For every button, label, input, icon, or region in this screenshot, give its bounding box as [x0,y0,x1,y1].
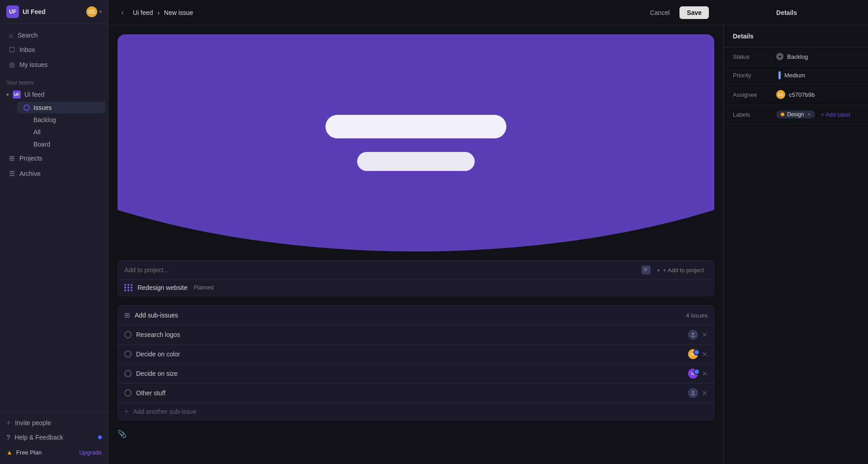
assignee-value[interactable]: CC c5707b9b [776,90,815,99]
status-icon [776,53,783,60]
labels-value: Design × + Add label [776,110,850,118]
subtitle-input-bar[interactable] [357,152,475,171]
issue-status-icon [124,370,132,377]
project-option[interactable]: Redesign website Planned [118,279,714,296]
app-icon: UF [6,5,19,18]
list-item: Decide on color CC ✕ [118,345,714,364]
remove-label-button[interactable]: × [807,111,811,118]
project-search-icons: P + + Add to project [642,265,708,275]
assignee-avatar-group: 7C [688,369,698,379]
collapse-icon: ▾ [6,92,9,98]
svg-point-0 [692,333,694,335]
breadcrumb-workspace: Ui feed [133,9,153,16]
sidebar-item-projects[interactable]: ⊞ Projects [3,151,105,166]
sub-issues-count: 4 issues [686,312,708,319]
status-label: Status [733,53,769,60]
title-input-bar[interactable] [326,115,506,138]
issues-circle-icon [24,104,30,111]
sidebar-item-all[interactable]: All [17,126,105,138]
add-sub-issue-button[interactable]: + Add another sub-issue [118,403,714,420]
plus-icon: + [6,419,10,427]
priority-text: Medium [784,72,805,79]
issue-actions: ✕ [688,330,708,340]
sidebar-item-invite[interactable]: + Invite people [0,416,108,430]
upgrade-button[interactable]: Upgrade [79,449,102,456]
sidebar-item-inbox[interactable]: ☐ Inbox [3,43,105,57]
free-plan-label: Free Plan [16,449,42,456]
assignee-row: Assignee CC c5707b9b [724,85,868,105]
assignee-avatar-group: CC [688,349,698,359]
plus-icon: + [657,267,660,274]
remove-issue-button[interactable]: ✕ [702,369,708,378]
assignee-avatar [688,388,698,398]
header-actions: Cancel Save [645,6,709,19]
free-plan-bar: ▲ Free Plan Upgrade [0,444,108,460]
backlog-label: Backlog [24,116,56,123]
labels-label: Labels [733,111,769,118]
teams-section-label: Your teams [0,76,108,88]
sidebar-item-board[interactable]: Board [17,138,105,150]
labels-row: Labels Design × + Add label [724,105,868,124]
priority-icon: ▐ [776,71,781,79]
assignee-text: c5707b9b [789,91,815,98]
add-sub-issue-label: Add another sub-issue [133,408,196,415]
sidebar-item-my-issues[interactable]: ◎ My issues [3,57,105,72]
details-panel: Details Status Backlog Priority ▐ Medium… [723,25,868,464]
sidebar-item-backlog[interactable]: Backlog [17,114,105,126]
invite-label: Invite people [15,419,51,426]
sidebar-item-team[interactable]: ▾ UF Ui feed [0,88,108,101]
main-body: P + + Add to project Redesign website [108,25,868,464]
remove-issue-button[interactable]: ✕ [702,331,708,339]
label-text: Design [787,111,804,118]
chevron-down-icon: ▾ [99,9,102,15]
label-badge[interactable]: Design × [776,110,815,118]
sidebar-item-help[interactable]: ? Help & Feedback [0,430,108,444]
avatar-group[interactable]: CC ▾ [86,6,102,17]
cancel-button[interactable]: Cancel [645,6,675,19]
add-label-button[interactable]: + Add label [821,111,850,118]
issues-label: Issues [33,104,52,111]
sub-issues-icon: ⊞ [124,311,130,319]
add-project-button[interactable]: + + Add to project [653,267,708,274]
sidebar-item-search[interactable]: ⌕ Search [3,28,105,42]
svg-point-1 [692,391,694,393]
status-row: Status Backlog [724,47,868,66]
projects-label: Projects [19,155,42,162]
status-value[interactable]: Backlog [776,53,808,60]
inbox-label: Inbox [19,46,35,53]
sidebar-bottom: + Invite people ? Help & Feedback ▲ Free… [0,412,108,464]
details-panel-header: Details [714,9,859,16]
sidebar-item-archive[interactable]: ☰ Archive [3,166,105,181]
my-issues-icon: ◎ [9,61,15,69]
project-option-status: Planned [194,284,214,291]
sub-issues-label: Add sub-issues [135,312,178,319]
remove-issue-button[interactable]: ✕ [702,350,708,359]
project-grid-icon [124,284,133,291]
issue-title: Other stuff [136,389,684,397]
priority-label: Priority [733,72,769,79]
issue-status-icon [124,331,132,338]
project-search-input[interactable] [124,266,637,274]
list-item: Other stuff ✕ [118,384,714,403]
board-label: Board [24,141,50,148]
sidebar: UF UI Feed CC ▾ ⌕ Search ☐ Inbox ◎ My is… [0,0,108,464]
priority-value[interactable]: ▐ Medium [776,71,805,79]
assignee-label: Assignee [733,91,769,98]
main-header: ‹ Ui feed › New issue Cancel Save Detail… [108,0,868,25]
issue-title: Decide on size [136,370,684,377]
team-icon: UF [13,90,21,99]
archive-icon: ☰ [9,170,15,178]
help-icon: ? [6,433,10,441]
notification-dot [98,436,102,439]
issue-status-icon [124,389,132,397]
assignee-avatar [688,330,698,340]
secondary-avatar [693,369,700,375]
back-button[interactable]: ‹ [118,6,127,19]
sidebar-item-issues[interactable]: Issues [17,102,105,114]
remove-issue-button[interactable]: ✕ [702,389,708,398]
secondary-avatar [693,349,700,355]
save-button[interactable]: Save [679,6,709,19]
breadcrumb-page: New issue [164,9,193,16]
free-plan-icon: ▲ [6,449,13,456]
search-label: Search [18,32,38,39]
